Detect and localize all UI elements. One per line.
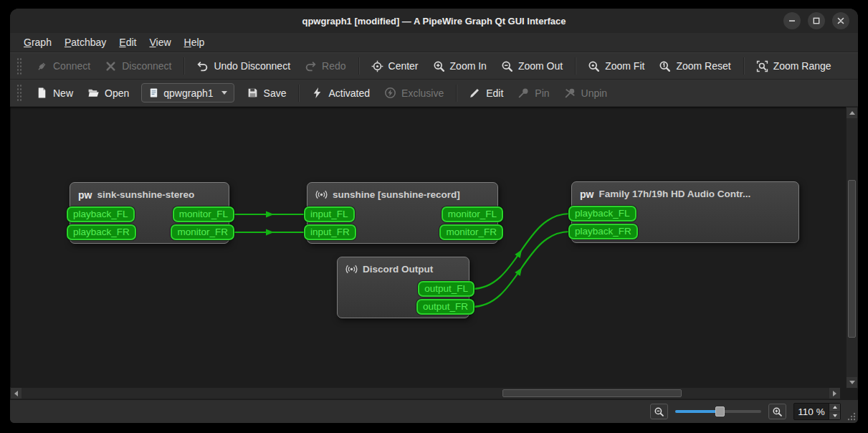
scroll-up-button[interactable]	[846, 108, 857, 118]
minimize-icon	[786, 15, 798, 27]
lightning-bolt-icon	[311, 87, 323, 99]
toolbar-separator	[298, 85, 299, 102]
horizontal-scrollbar-thumb[interactable]	[502, 389, 682, 397]
audio-stream-icon	[345, 263, 358, 275]
slider-handle[interactable]	[715, 406, 725, 417]
toolbar-drag-handle[interactable]	[16, 57, 23, 75]
pin-button[interactable]: Pin	[510, 82, 556, 104]
zoom-reset-icon	[659, 60, 671, 72]
triangle-up-icon	[849, 111, 855, 115]
horizontal-scrollbar[interactable]	[10, 387, 841, 399]
disconnect-icon	[105, 60, 117, 72]
port-monitor-fr[interactable]: monitor_FR	[171, 224, 234, 240]
undo-disconnect-button[interactable]: Undo Disconnect	[189, 55, 297, 77]
zoom-in-button[interactable]: Zoom In	[426, 55, 494, 77]
triangle-down-icon	[833, 414, 837, 417]
zoom-value[interactable]: 110 %	[794, 406, 829, 417]
open-button[interactable]: Open	[80, 82, 136, 104]
toolbar-separator	[575, 57, 576, 75]
port-input-fl[interactable]: input_FL	[304, 206, 355, 222]
spin-buttons	[829, 404, 840, 419]
port-playback-fl[interactable]: playback_FL	[568, 206, 636, 222]
app-window: qpwgraph1 [modified] — A PipeWire Graph …	[10, 9, 858, 423]
new-button[interactable]: New	[29, 82, 80, 104]
vertical-scrollbar[interactable]	[846, 107, 858, 389]
triangle-down-icon	[849, 381, 855, 384]
node-title: sunshine [sunshine-record]	[333, 189, 460, 200]
open-folder-icon	[87, 87, 100, 99]
arrow-icon	[266, 229, 274, 236]
save-button[interactable]: Save	[239, 82, 294, 104]
port-monitor-fl[interactable]: monitor_FL	[442, 206, 503, 222]
session-combobox[interactable]: qpwgraph1	[141, 83, 234, 103]
node-header: pw sink-sunshine-stereo	[70, 183, 229, 206]
menu-edit[interactable]: Edit	[113, 34, 143, 50]
session-file-icon	[148, 87, 159, 98]
pencil-icon	[469, 87, 481, 99]
node-header: Discord Output	[338, 257, 469, 281]
menu-help[interactable]: Help	[178, 34, 211, 50]
node-sink-sunshine-stereo[interactable]: pw sink-sunshine-stereo playback_FL moni…	[70, 182, 229, 244]
node-discord-output[interactable]: Discord Output output_FL output_FR	[337, 257, 469, 318]
maximize-icon	[811, 15, 822, 27]
menu-patchbay[interactable]: Patchbay	[58, 34, 113, 50]
vertical-scrollbar-thumb[interactable]	[848, 180, 856, 338]
new-file-icon	[36, 87, 48, 99]
spin-up-button[interactable]	[829, 404, 840, 412]
toolbar-drag-handle[interactable]	[16, 84, 23, 102]
exclusive-button[interactable]: Exclusive	[377, 82, 451, 104]
center-button[interactable]: Center	[364, 55, 426, 77]
node-title: Discord Output	[363, 264, 433, 275]
port-output-fr[interactable]: output_FR	[416, 299, 474, 315]
toolbar-separator	[358, 57, 359, 75]
close-button[interactable]	[832, 12, 849, 29]
edit-button[interactable]: Edit	[462, 82, 510, 104]
minimize-button[interactable]	[783, 12, 801, 29]
node-family-hd-audio[interactable]: pw Family 17h/19h HD Audio Contr... play…	[571, 181, 799, 243]
unpin-button[interactable]: Unpin	[557, 82, 615, 104]
audio-stream-icon	[315, 189, 328, 201]
port-monitor-fr[interactable]: monitor_FR	[439, 224, 503, 240]
port-playback-fr[interactable]: playback_FR	[568, 224, 638, 239]
zoom-reset-button[interactable]: Zoom Reset	[652, 55, 738, 77]
connections-layer	[10, 107, 858, 399]
disconnect-button[interactable]: Disconnect	[97, 55, 178, 77]
scroll-left-button[interactable]	[11, 388, 22, 399]
zoom-fit-icon	[588, 60, 600, 72]
statusbar-zoom-in-button[interactable]	[768, 404, 786, 419]
port-monitor-fl[interactable]: monitor_FL	[173, 206, 234, 222]
node-sunshine[interactable]: sunshine [sunshine-record] input_FL moni…	[307, 182, 498, 244]
save-icon	[247, 87, 259, 99]
center-icon	[371, 60, 383, 72]
triangle-left-icon	[14, 391, 18, 396]
window-controls	[783, 12, 849, 29]
zoom-fit-button[interactable]: Zoom Fit	[581, 55, 652, 77]
redo-button[interactable]: Redo	[297, 55, 353, 77]
maximize-button[interactable]	[808, 12, 825, 29]
activated-button[interactable]: Activated	[304, 82, 377, 104]
resize-grip[interactable]	[846, 411, 856, 421]
statusbar-zoom-out-button[interactable]	[650, 404, 668, 419]
zoom-out-button[interactable]: Zoom Out	[494, 55, 570, 77]
menu-view[interactable]: View	[143, 34, 177, 50]
port-output-fl[interactable]: output_FL	[418, 281, 474, 297]
scroll-down-button[interactable]	[846, 377, 857, 388]
pipewire-icon: pw	[580, 189, 593, 200]
menu-graph[interactable]: Graph	[17, 34, 58, 50]
close-icon	[835, 15, 846, 27]
arrow-icon	[266, 211, 274, 218]
port-playback-fr[interactable]: playback_FR	[67, 224, 136, 240]
port-playback-fl[interactable]: playback_FL	[67, 206, 135, 222]
scroll-right-button[interactable]	[829, 388, 840, 399]
title-bar[interactable]: qpwgraph1 [modified] — A PipeWire Graph …	[10, 9, 858, 33]
zoom-spinbox[interactable]: 110 %	[793, 403, 841, 420]
spin-down-button[interactable]	[829, 412, 840, 420]
port-input-fr[interactable]: input_FR	[304, 224, 356, 240]
pipewire-icon: pw	[78, 189, 92, 201]
session-name: qpwgraph1	[163, 87, 213, 99]
graph-canvas[interactable]: pw sink-sunshine-stereo playback_FL moni…	[10, 107, 858, 399]
connect-icon	[36, 60, 48, 72]
zoom-slider[interactable]	[675, 406, 761, 417]
connect-button[interactable]: Connect	[29, 55, 97, 77]
zoom-range-button[interactable]: Zoom Range	[749, 55, 839, 77]
